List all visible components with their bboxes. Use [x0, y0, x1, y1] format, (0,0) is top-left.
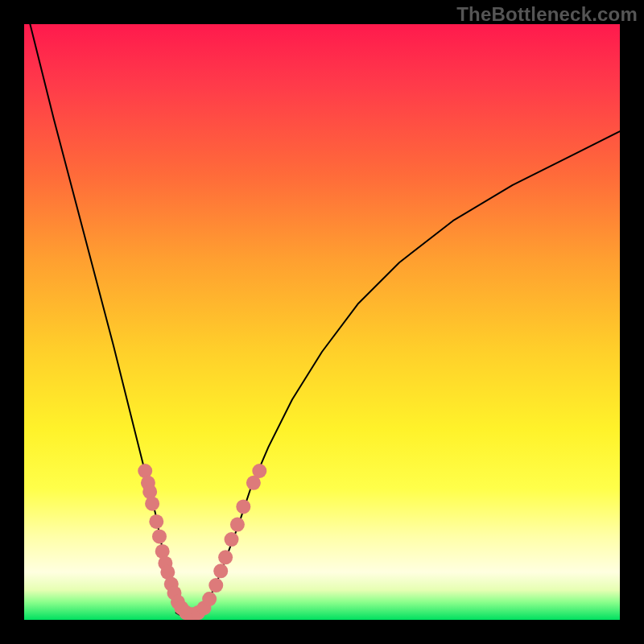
marker-layer: [138, 464, 266, 620]
highlight-point: [152, 529, 167, 543]
curve-right-branch: [197, 131, 620, 613]
highlight-point: [202, 592, 217, 606]
highlight-point: [208, 578, 223, 592]
highlight-point: [236, 499, 250, 514]
chart-frame: TheBottleneck.com: [0, 0, 644, 644]
highlight-point: [145, 497, 159, 511]
curve-layer: [30, 24, 620, 617]
highlight-point: [213, 564, 228, 578]
watermark-text: TheBottleneck.com: [456, 3, 638, 26]
highlight-point: [142, 485, 157, 499]
highlight-point: [218, 550, 233, 564]
highlight-point: [225, 532, 239, 547]
highlight-point: [252, 464, 266, 478]
chart-svg: [24, 24, 620, 620]
highlight-point: [149, 514, 163, 529]
curve-left-branch: [30, 24, 188, 614]
plot-area: [24, 24, 620, 620]
highlight-point: [230, 518, 245, 532]
